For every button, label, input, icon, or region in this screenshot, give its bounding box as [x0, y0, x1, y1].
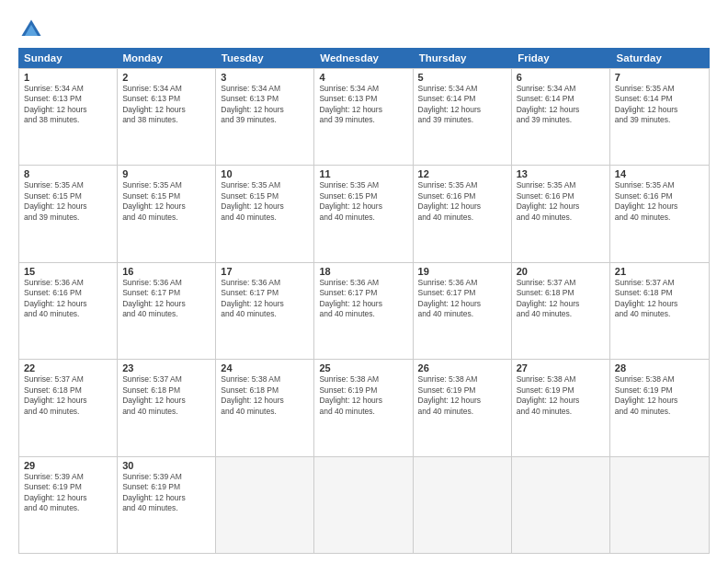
day-number: 29 [24, 460, 112, 471]
day-info: Sunrise: 5:35 AM Sunset: 6:15 PM Dayligh… [319, 180, 407, 223]
calendar-cell: 5Sunrise: 5:34 AM Sunset: 6:14 PM Daylig… [414, 69, 512, 165]
day-number: 20 [517, 266, 605, 277]
day-number: 7 [615, 72, 704, 83]
day-number: 16 [122, 266, 210, 277]
day-info: Sunrise: 5:37 AM Sunset: 6:18 PM Dayligh… [24, 374, 112, 417]
calendar-cell: 3Sunrise: 5:34 AM Sunset: 6:13 PM Daylig… [216, 69, 314, 165]
day-number: 22 [24, 362, 112, 373]
calendar-row: 29Sunrise: 5:39 AM Sunset: 6:19 PM Dayli… [19, 457, 709, 554]
calendar-cell [216, 457, 314, 553]
day-number: 19 [418, 266, 506, 277]
calendar-cell: 11Sunrise: 5:35 AM Sunset: 6:15 PM Dayli… [314, 166, 413, 261]
calendar-cell: 28Sunrise: 5:38 AM Sunset: 6:19 PM Dayli… [610, 360, 709, 455]
day-number: 4 [319, 72, 407, 83]
calendar-cell: 23Sunrise: 5:37 AM Sunset: 6:18 PM Dayli… [118, 360, 216, 455]
calendar-cell: 1Sunrise: 5:34 AM Sunset: 6:13 PM Daylig… [19, 69, 118, 165]
calendar-cell: 15Sunrise: 5:36 AM Sunset: 6:16 PM Dayli… [19, 263, 118, 359]
calendar-cell [414, 457, 512, 553]
day-info: Sunrise: 5:34 AM Sunset: 6:14 PM Dayligh… [418, 84, 506, 126]
calendar-cell: 10Sunrise: 5:35 AM Sunset: 6:15 PM Dayli… [216, 166, 314, 261]
calendar-body: 1Sunrise: 5:34 AM Sunset: 6:13 PM Daylig… [18, 68, 710, 554]
day-number: 2 [122, 72, 210, 83]
day-number: 27 [517, 362, 605, 373]
calendar-cell: 7Sunrise: 5:35 AM Sunset: 6:14 PM Daylig… [610, 69, 709, 165]
day-number: 8 [24, 168, 112, 179]
calendar-cell: 6Sunrise: 5:34 AM Sunset: 6:14 PM Daylig… [512, 69, 610, 165]
day-info: Sunrise: 5:37 AM Sunset: 6:18 PM Dayligh… [517, 278, 605, 320]
calendar-cell [610, 457, 709, 553]
day-number: 15 [24, 266, 112, 277]
day-number: 3 [221, 72, 309, 83]
day-number: 24 [221, 362, 309, 373]
day-number: 28 [615, 362, 704, 373]
day-info: Sunrise: 5:36 AM Sunset: 6:17 PM Dayligh… [319, 278, 407, 320]
calendar-cell: 26Sunrise: 5:38 AM Sunset: 6:19 PM Dayli… [414, 360, 512, 455]
day-number: 13 [517, 168, 605, 179]
day-info: Sunrise: 5:38 AM Sunset: 6:19 PM Dayligh… [319, 374, 407, 417]
page-header [18, 17, 710, 42]
weekday-header: Tuesday [216, 48, 314, 68]
day-info: Sunrise: 5:36 AM Sunset: 6:17 PM Dayligh… [221, 278, 309, 320]
weekday-header: Thursday [414, 48, 512, 68]
weekday-header: Friday [512, 48, 610, 68]
weekday-header: Saturday [611, 48, 710, 68]
calendar-cell [314, 457, 413, 553]
day-info: Sunrise: 5:35 AM Sunset: 6:15 PM Dayligh… [221, 180, 309, 223]
weekday-header: Sunday [18, 48, 117, 68]
day-info: Sunrise: 5:36 AM Sunset: 6:17 PM Dayligh… [418, 278, 506, 320]
calendar-row: 15Sunrise: 5:36 AM Sunset: 6:16 PM Dayli… [19, 263, 709, 360]
day-info: Sunrise: 5:38 AM Sunset: 6:18 PM Dayligh… [221, 374, 309, 417]
calendar-cell: 2Sunrise: 5:34 AM Sunset: 6:13 PM Daylig… [118, 69, 216, 165]
calendar-cell: 27Sunrise: 5:38 AM Sunset: 6:19 PM Dayli… [512, 360, 610, 455]
day-info: Sunrise: 5:36 AM Sunset: 6:17 PM Dayligh… [122, 278, 210, 320]
calendar-cell: 13Sunrise: 5:35 AM Sunset: 6:16 PM Dayli… [512, 166, 610, 261]
day-number: 14 [615, 168, 704, 179]
calendar-cell: 14Sunrise: 5:35 AM Sunset: 6:16 PM Dayli… [610, 166, 709, 261]
day-number: 26 [418, 362, 506, 373]
day-number: 1 [24, 72, 112, 83]
calendar-row: 1Sunrise: 5:34 AM Sunset: 6:13 PM Daylig… [19, 68, 709, 166]
day-info: Sunrise: 5:34 AM Sunset: 6:13 PM Dayligh… [24, 84, 112, 126]
calendar-cell: 12Sunrise: 5:35 AM Sunset: 6:16 PM Dayli… [414, 166, 512, 261]
day-info: Sunrise: 5:35 AM Sunset: 6:16 PM Dayligh… [615, 180, 704, 223]
day-number: 6 [517, 72, 605, 83]
calendar: SundayMondayTuesdayWednesdayThursdayFrid… [18, 48, 710, 554]
calendar-cell: 21Sunrise: 5:37 AM Sunset: 6:18 PM Dayli… [610, 263, 709, 359]
day-number: 23 [122, 362, 210, 373]
day-info: Sunrise: 5:38 AM Sunset: 6:19 PM Dayligh… [615, 374, 704, 417]
day-info: Sunrise: 5:34 AM Sunset: 6:13 PM Dayligh… [122, 84, 210, 126]
day-number: 9 [122, 168, 210, 179]
calendar-cell: 8Sunrise: 5:35 AM Sunset: 6:15 PM Daylig… [19, 166, 118, 261]
calendar-cell: 4Sunrise: 5:34 AM Sunset: 6:13 PM Daylig… [314, 69, 413, 165]
calendar-cell: 25Sunrise: 5:38 AM Sunset: 6:19 PM Dayli… [314, 360, 413, 455]
day-info: Sunrise: 5:34 AM Sunset: 6:14 PM Dayligh… [517, 84, 605, 126]
calendar-cell: 18Sunrise: 5:36 AM Sunset: 6:17 PM Dayli… [314, 263, 413, 359]
day-info: Sunrise: 5:35 AM Sunset: 6:15 PM Dayligh… [24, 180, 112, 223]
day-info: Sunrise: 5:35 AM Sunset: 6:16 PM Dayligh… [517, 180, 605, 223]
day-number: 18 [319, 266, 407, 277]
calendar-cell: 16Sunrise: 5:36 AM Sunset: 6:17 PM Dayli… [118, 263, 216, 359]
day-info: Sunrise: 5:38 AM Sunset: 6:19 PM Dayligh… [418, 374, 506, 417]
day-info: Sunrise: 5:36 AM Sunset: 6:16 PM Dayligh… [24, 278, 112, 320]
day-info: Sunrise: 5:38 AM Sunset: 6:19 PM Dayligh… [517, 374, 605, 417]
weekday-header: Wednesday [314, 48, 413, 68]
logo-icon [18, 17, 44, 42]
day-number: 10 [221, 168, 309, 179]
day-number: 30 [122, 460, 210, 471]
day-info: Sunrise: 5:34 AM Sunset: 6:13 PM Dayligh… [319, 84, 407, 126]
calendar-cell: 29Sunrise: 5:39 AM Sunset: 6:19 PM Dayli… [19, 457, 118, 553]
page: SundayMondayTuesdayWednesdayThursdayFrid… [0, 0, 728, 563]
calendar-row: 22Sunrise: 5:37 AM Sunset: 6:18 PM Dayli… [19, 360, 709, 456]
weekday-header: Monday [117, 48, 215, 68]
logo [18, 17, 48, 42]
day-info: Sunrise: 5:39 AM Sunset: 6:19 PM Dayligh… [24, 472, 112, 514]
day-info: Sunrise: 5:37 AM Sunset: 6:18 PM Dayligh… [615, 278, 704, 320]
day-info: Sunrise: 5:34 AM Sunset: 6:13 PM Dayligh… [221, 84, 309, 126]
day-number: 12 [418, 168, 506, 179]
calendar-cell: 20Sunrise: 5:37 AM Sunset: 6:18 PM Dayli… [512, 263, 610, 359]
day-info: Sunrise: 5:39 AM Sunset: 6:19 PM Dayligh… [122, 472, 210, 514]
calendar-cell: 17Sunrise: 5:36 AM Sunset: 6:17 PM Dayli… [216, 263, 314, 359]
calendar-cell: 9Sunrise: 5:35 AM Sunset: 6:15 PM Daylig… [118, 166, 216, 261]
day-info: Sunrise: 5:35 AM Sunset: 6:16 PM Dayligh… [418, 180, 506, 223]
day-number: 11 [319, 168, 407, 179]
